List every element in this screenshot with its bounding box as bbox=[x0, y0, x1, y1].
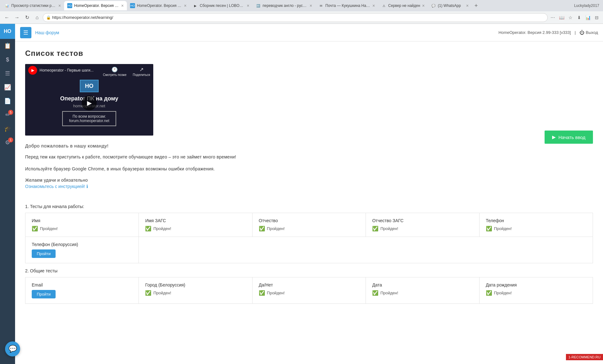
status-ok-icon-4: ✅ bbox=[486, 226, 492, 232]
test-card-name-4: Телефон bbox=[486, 218, 586, 223]
forum-line2: forum.homeoperator.net bbox=[69, 119, 109, 123]
logout-text: Выход bbox=[586, 30, 598, 35]
tab-close-5[interactable]: × bbox=[372, 3, 375, 8]
pass-button-bel[interactable]: Пройти bbox=[32, 249, 56, 258]
share-button[interactable]: ↗ Поделиться bbox=[133, 67, 150, 77]
download-button[interactable]: ⬇ bbox=[575, 14, 583, 21]
instruction-link[interactable]: Ознакомьтесь с инструкцией! ℹ bbox=[25, 184, 88, 189]
logout-button[interactable]: ⏻ Выход bbox=[579, 30, 598, 35]
money-icon: $ bbox=[6, 56, 9, 63]
status-ok-icon-date: ✅ bbox=[372, 290, 378, 296]
wish-text: Желаем удачи и обязательно bbox=[25, 178, 593, 183]
status-ok-icon-birthdate: ✅ bbox=[486, 290, 492, 296]
pass-button-email[interactable]: Пройти bbox=[32, 290, 56, 298]
page-title: Список тестов bbox=[25, 49, 593, 58]
tab-close-0[interactable]: × bbox=[58, 3, 61, 8]
top-bar-right: HomeOperator. Версия 2.99-333 [v333] | ⏻… bbox=[498, 30, 598, 35]
video-forum-box: По всем вопросам: forum.homeoperator.net bbox=[62, 111, 116, 126]
edit-badge: 5 bbox=[8, 110, 13, 115]
sidebar-item-settings[interactable]: ⚙ 1 bbox=[0, 136, 15, 149]
test-card-status-birthdate: ✅ Пройден! bbox=[486, 290, 586, 296]
watch-later-icon: 🕐 bbox=[111, 67, 118, 72]
chat-icon: 💬 bbox=[8, 345, 17, 353]
sidebar-item-money[interactable]: $ bbox=[0, 53, 15, 67]
sidebar-item-learn[interactable]: 🎓 bbox=[0, 122, 15, 136]
status-text-2: Пройден! bbox=[267, 226, 285, 231]
tab-4[interactable]: 🔤 переводчик англо - русс ... × bbox=[253, 1, 315, 10]
test-cards-row1: Имя ✅ Пройден! Имя ЗАГС ✅ Пройден! bbox=[25, 213, 593, 237]
content-area: Список тестов ▶ Homeoperator - Первые ша… bbox=[15, 41, 603, 311]
test-card-name-birthdate: Дата рождения bbox=[486, 282, 586, 287]
separator: | bbox=[575, 30, 576, 35]
tab-icon-0: 📊 bbox=[4, 3, 9, 8]
section1-title: 1. Тесты для начала работы: bbox=[25, 204, 593, 209]
test-card-status-yesno: ✅ Пройден! bbox=[259, 290, 359, 296]
extensions-button[interactable]: ⋯ bbox=[549, 14, 557, 21]
status-text-1: Пройден! bbox=[153, 226, 171, 231]
test-card-city: Город (Белоруссия) ✅ Пройден! bbox=[139, 277, 252, 303]
tabs-bar: 📊 Просмотр статистики рабо... × HO HomeO… bbox=[0, 0, 603, 11]
video-play-button[interactable]: ▶ bbox=[82, 95, 97, 110]
test-card-email: Email Пройти bbox=[25, 277, 139, 303]
page-wrapper: HO 📋 $ ☰ 📈 📄 ✏ 5 🎓 ⚙ 1 bbox=[0, 24, 603, 364]
browser-chrome: 📊 Просмотр статистики рабо... × HO HomeO… bbox=[0, 0, 603, 24]
tab-5[interactable]: ✉ Почта — Кукушкина Ната... × bbox=[315, 1, 378, 10]
start-input-button[interactable]: ▶ Начать ввод bbox=[545, 131, 593, 144]
top-bar: ☰ Наш форум HomeOperator. Версия 2.99-33… bbox=[15, 24, 603, 41]
tab-close-3[interactable]: × bbox=[247, 3, 249, 8]
tab-icon-6: ⚠ bbox=[381, 3, 386, 8]
more-button[interactable]: ⊟ bbox=[593, 14, 600, 21]
back-button[interactable]: ← bbox=[3, 13, 11, 22]
sidebar-item-list[interactable]: ☰ bbox=[0, 67, 15, 80]
forum-link[interactable]: Наш форум bbox=[35, 30, 59, 35]
status-ok-icon-3: ✅ bbox=[372, 226, 378, 232]
test-card-name-date: Дата bbox=[372, 282, 473, 287]
tab-1[interactable]: HO HomeOperator. Версия 2.9... × bbox=[64, 1, 127, 10]
tab-7[interactable]: 💬 (1) WhatsApp × bbox=[428, 1, 472, 10]
tab-3[interactable]: ▶ Сборник песен | LOBODA ... × bbox=[190, 1, 253, 10]
tab-label-1: HomeOperator. Версия 2.9... bbox=[74, 3, 119, 8]
watch-later-button[interactable]: 🕐 Смотреть позже bbox=[103, 67, 127, 77]
hamburger-button[interactable]: ☰ bbox=[20, 27, 31, 38]
intro-text-line1: Перед тем как приступить к работе, посмо… bbox=[25, 153, 593, 160]
test-card-1: Имя ЗАГС ✅ Пройден! bbox=[139, 213, 252, 237]
chat-widget[interactable]: 💬 bbox=[5, 341, 20, 356]
address-bar[interactable]: 🔒 https://homeoperator.net/learning/ bbox=[43, 13, 548, 22]
refresh-button[interactable]: ↻ bbox=[23, 13, 31, 22]
video-block[interactable]: ▶ Homeoperator - Первые шаги... 🕐 Смотре… bbox=[25, 64, 153, 136]
sidebar-item-stats[interactable]: 📋 bbox=[0, 39, 15, 53]
bookmark-button[interactable]: ☆ bbox=[567, 14, 574, 21]
sidebar-item-edit[interactable]: ✏ 5 bbox=[0, 108, 15, 122]
sidebar-item-doc[interactable]: 📄 bbox=[0, 94, 15, 108]
sidebar-logo[interactable]: HO bbox=[0, 24, 15, 39]
info-icon: ℹ bbox=[86, 184, 88, 189]
status-ok-icon-0: ✅ bbox=[32, 226, 38, 232]
tab-label-5: Почта — Кукушкина Ната... bbox=[325, 3, 371, 8]
home-button[interactable]: ⌂ bbox=[33, 13, 41, 22]
stats-icon: 📋 bbox=[4, 42, 11, 49]
tab-close-7[interactable]: × bbox=[466, 3, 469, 8]
instruction-row: Ознакомьтесь с инструкцией! ℹ bbox=[25, 184, 593, 196]
sidebar-item-chart[interactable]: 📈 bbox=[0, 80, 15, 94]
test-card-name-yesno: Да/Нет bbox=[259, 282, 359, 287]
forward-button[interactable]: → bbox=[13, 13, 21, 22]
sidebar-toggle[interactable]: 📊 bbox=[584, 14, 592, 21]
nav-bar: ← → ↻ ⌂ 🔒 https://homeoperator.net/learn… bbox=[0, 11, 603, 24]
test-card-yesno: Да/Нет ✅ Пройден! bbox=[253, 277, 366, 303]
reader-view-button[interactable]: 📖 bbox=[558, 14, 565, 21]
share-label: Поделиться bbox=[133, 73, 150, 77]
tab-6[interactable]: ⚠ Сервер не найден × bbox=[378, 1, 428, 10]
test-card-2: Отчество ✅ Пройден! bbox=[253, 213, 366, 237]
new-tab-button[interactable]: + bbox=[472, 1, 481, 10]
tab-0[interactable]: 📊 Просмотр статистики рабо... × bbox=[1, 1, 64, 10]
test-card-name-city: Город (Белоруссия) bbox=[145, 282, 246, 287]
tab-close-6[interactable]: × bbox=[422, 3, 425, 8]
video-top-left: ▶ Homeoperator - Первые шаги... bbox=[28, 66, 94, 75]
test-card-name-0: Имя bbox=[32, 218, 132, 223]
tab-2[interactable]: HO HomeOperator. Версия 2.99... × bbox=[127, 1, 190, 10]
tab-close-4[interactable]: × bbox=[310, 3, 312, 8]
tab-close-1[interactable]: × bbox=[121, 3, 124, 8]
user-profile: Luckylady2017 bbox=[574, 3, 602, 8]
welcome-text: Добро пожаловать в нашу команду! bbox=[25, 143, 593, 148]
tab-close-2[interactable]: × bbox=[184, 3, 187, 8]
